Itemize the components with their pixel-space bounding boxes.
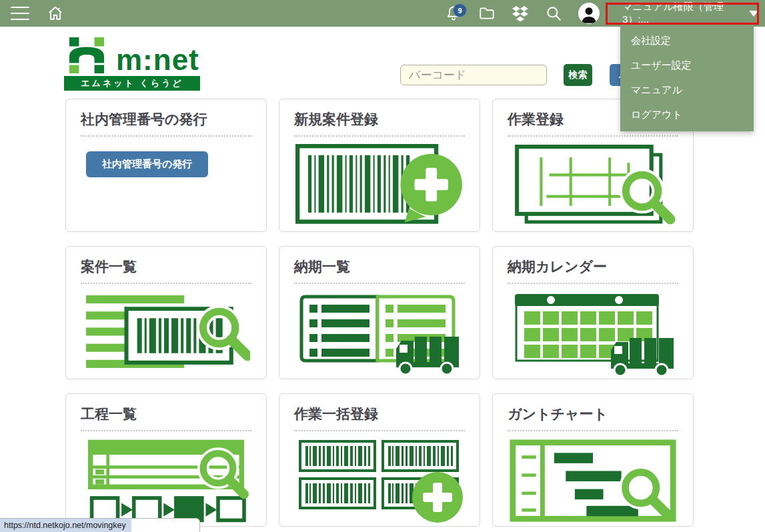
- status-url: https://ntd.netkojo.net/movingkey: [0, 519, 131, 532]
- topbar: 9 マニュアル権限（管理3）:...: [0, 0, 765, 27]
- card-delivery-calendar[interactable]: 納期カレンダー: [492, 246, 694, 379]
- person-icon: [579, 4, 599, 24]
- brand-name: m:net: [116, 47, 199, 73]
- issue-internal-number-button[interactable]: 社内管理番号の発行: [86, 151, 208, 177]
- chevron-down-icon: [749, 11, 758, 17]
- account-label: マニュアル権限（管理3）:...: [622, 1, 740, 26]
- barcode-plus-icon: [295, 144, 464, 228]
- account-menu-button[interactable]: マニュアル権限（管理3）:...: [616, 1, 758, 26]
- card-new-project[interactable]: 新規案件登録: [279, 99, 480, 232]
- card-title: 工程一覧: [81, 405, 251, 431]
- card-title: 納期カレンダー: [508, 257, 678, 284]
- card-internal-number-issue: 社内管理番号の発行 社内管理番号の発行: [65, 99, 267, 232]
- barcode-input[interactable]: [400, 65, 547, 85]
- list-barcode-search-icon: [82, 291, 250, 375]
- status-bar: https://ntd.netkojo.net/movingkey: [0, 518, 200, 532]
- hamburger-menu-icon[interactable]: [11, 7, 29, 20]
- dropbox-icon[interactable]: [512, 5, 529, 22]
- folder-icon[interactable]: [478, 5, 496, 22]
- user-avatar[interactable]: [578, 3, 600, 24]
- barcode-search-bar: 検索 バ: [400, 64, 650, 86]
- calendar-truck-icon: [509, 290, 677, 377]
- app-logo[interactable]: m:net エムネット くらうど: [64, 39, 200, 91]
- card-process-list[interactable]: 工程一覧: [65, 393, 267, 527]
- card-title: 納期一覧: [294, 257, 465, 284]
- card-gantt-chart[interactable]: ガントチャート: [492, 393, 694, 527]
- menu-item-company-settings[interactable]: 会社設定: [620, 29, 754, 53]
- account-dropdown-menu: 会社設定 ユーザー設定 マニュアル ログアウト: [620, 25, 754, 131]
- card-title: 新規案件登録: [294, 110, 465, 137]
- mnet-logo-mark: [64, 37, 109, 73]
- card-project-list[interactable]: 案件一覧: [65, 246, 267, 379]
- menu-item-user-settings[interactable]: ユーザー設定: [620, 54, 754, 77]
- home-icon[interactable]: [47, 5, 64, 22]
- ledger-truck-icon: [295, 290, 464, 377]
- dashboard-grid: 社内管理番号の発行 社内管理番号の発行 新規案件登録: [65, 99, 694, 527]
- barcodes-plus-icon: [295, 437, 464, 524]
- card-bulk-work-register[interactable]: 作業一括登録: [279, 393, 480, 527]
- search-icon[interactable]: [545, 5, 562, 22]
- process-flow-search-icon: [81, 437, 251, 524]
- brand-subtitle: エムネット くらうど: [64, 76, 200, 91]
- menu-item-logout[interactable]: ログアウト: [620, 103, 754, 127]
- gantt-search-icon: [508, 439, 678, 523]
- card-title: 社内管理番号の発行: [81, 110, 251, 137]
- card-title: 案件一覧: [81, 257, 251, 284]
- menu-item-manual[interactable]: マニュアル: [620, 79, 754, 102]
- worksheet-search-icon: [509, 144, 677, 228]
- notification-badge: 9: [453, 3, 467, 17]
- card-delivery-list[interactable]: 納期一覧: [279, 246, 480, 379]
- search-button[interactable]: 検索: [564, 64, 592, 86]
- card-title: 作業一括登録: [294, 405, 465, 431]
- notifications-button[interactable]: 9: [445, 5, 462, 22]
- card-title: ガントチャート: [508, 405, 678, 431]
